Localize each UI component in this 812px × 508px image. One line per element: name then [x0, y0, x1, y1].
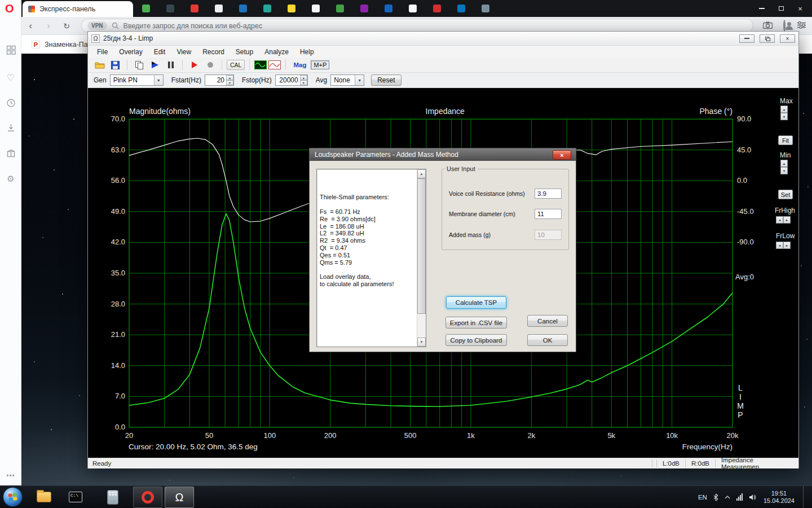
- tab-favicon[interactable]: [263, 5, 271, 12]
- save-button[interactable]: [108, 59, 122, 71]
- copy-button[interactable]: [132, 59, 146, 71]
- history-clock-icon[interactable]: [6, 98, 16, 108]
- avg-select[interactable]: None▼: [330, 75, 364, 86]
- calibrate-button[interactable]: CAL: [227, 60, 245, 70]
- bookmarks-heart-icon[interactable]: ♡: [6, 72, 16, 82]
- browser-minimize-button[interactable]: [752, 0, 771, 17]
- menu-item[interactable]: Analyze: [259, 47, 294, 57]
- limp-titlebar[interactable]: Ω 25гдн 3-4 - Limp ×: [88, 32, 798, 46]
- tab-favicon[interactable]: [385, 5, 392, 12]
- voice-coil-resistance-input[interactable]: 3.9: [535, 189, 562, 199]
- mag-phase-mode-button[interactable]: M+P: [311, 60, 329, 69]
- sidebar-more-icon[interactable]: •••: [6, 472, 16, 482]
- tab-favicon[interactable]: [457, 5, 465, 12]
- scrollbar[interactable]: ▲ ▼: [417, 169, 426, 347]
- record-circle-button[interactable]: [203, 59, 217, 71]
- search-icon: [112, 22, 119, 29]
- scroll-up-icon[interactable]: ▲: [417, 169, 426, 178]
- snapshot-camera-icon[interactable]: [759, 21, 776, 31]
- easy-setup-icon[interactable]: [793, 21, 810, 31]
- address-input[interactable]: [123, 22, 747, 30]
- tab-favicon[interactable]: [409, 5, 417, 12]
- fstart-stepper[interactable]: 20 ▲▼: [205, 75, 234, 86]
- scroll-thumb[interactable]: [417, 178, 426, 314]
- clock[interactable]: 19:51 15.04.2024: [764, 490, 795, 505]
- tab-favicon[interactable]: [191, 5, 198, 12]
- downloads-icon[interactable]: [6, 123, 16, 133]
- tab-favicon[interactable]: [433, 5, 441, 12]
- menu-item[interactable]: Edit: [148, 47, 171, 57]
- menu-item[interactable]: View: [171, 47, 197, 57]
- menu-item[interactable]: Setup: [230, 47, 259, 57]
- frhigh-stepper[interactable]: ◄►: [776, 216, 791, 224]
- bluetooth-icon[interactable]: [713, 493, 718, 501]
- network-icon[interactable]: [736, 493, 743, 501]
- back-button[interactable]: ‹: [21, 20, 39, 32]
- profile-avatar-icon[interactable]: [776, 21, 793, 31]
- calculate-tsp-button[interactable]: Calculate TSP: [446, 296, 506, 309]
- menu-item[interactable]: Help: [294, 47, 320, 57]
- tab-favicon[interactable]: [239, 5, 247, 12]
- opera-menu-button[interactable]: O: [5, 2, 14, 15]
- taskbar-calculator-button[interactable]: [98, 487, 127, 508]
- hidden-icons-caret[interactable]: [725, 496, 730, 499]
- active-tab[interactable]: Экспресс-панель: [23, 1, 133, 17]
- cancel-button[interactable]: Cancel: [527, 315, 568, 327]
- start-record-button[interactable]: [187, 59, 201, 71]
- ok-button[interactable]: OK: [527, 334, 568, 346]
- copy-to-clipboard-button[interactable]: Copy to Clipboard: [445, 334, 507, 346]
- export-csv-button[interactable]: Export in .CSV file: [445, 317, 507, 329]
- bookmark-item[interactable]: Знаменка-Па...: [45, 41, 94, 49]
- tab-favicon[interactable]: [360, 5, 368, 12]
- volume-icon[interactable]: [749, 494, 757, 501]
- scroll-down-icon[interactable]: ▼: [417, 338, 426, 347]
- start-button[interactable]: [3, 487, 23, 507]
- limp-close-button[interactable]: ×: [780, 34, 795, 43]
- tab-favicon[interactable]: [482, 5, 489, 12]
- speed-dial-icon[interactable]: [6, 45, 16, 55]
- fstop-stepper[interactable]: 20000 ▲▼: [275, 75, 308, 86]
- forward-button[interactable]: ›: [39, 20, 58, 32]
- show-desktop-button[interactable]: [803, 486, 807, 508]
- background-color-button[interactable]: [148, 59, 162, 71]
- min-stepper[interactable]: ▲▼: [780, 160, 788, 174]
- stop-button[interactable]: [164, 59, 178, 71]
- taskbar-cmd-button[interactable]: C:\: [61, 487, 90, 508]
- browser-close-button[interactable]: ×: [791, 0, 810, 17]
- taskbar-limp-button[interactable]: Ω: [165, 487, 194, 508]
- open-file-button[interactable]: [92, 59, 107, 71]
- limp-restore-button[interactable]: [760, 34, 775, 43]
- menu-item[interactable]: File: [91, 47, 113, 57]
- calculator-icon: [107, 490, 118, 505]
- dialog-close-button[interactable]: ×: [553, 150, 571, 160]
- menu-item[interactable]: Overlay: [113, 47, 148, 57]
- membrane-diameter-input[interactable]: 11: [535, 209, 562, 219]
- menu-item[interactable]: Record: [197, 47, 230, 57]
- language-indicator[interactable]: EN: [698, 494, 707, 501]
- dialog-titlebar[interactable]: Loudspeaker Parameters - Added Mass Meth…: [310, 148, 576, 161]
- tab-favicon[interactable]: [312, 5, 320, 12]
- response-scope-icon[interactable]: [268, 60, 281, 70]
- browser-maximize-button[interactable]: [771, 0, 791, 17]
- extensions-box-icon[interactable]: [6, 148, 16, 159]
- taskbar-explorer-button[interactable]: [29, 487, 59, 508]
- tab-favicon[interactable]: [166, 5, 174, 12]
- generator-scope-icon[interactable]: [254, 60, 267, 70]
- settings-gear-icon[interactable]: ⚙: [6, 174, 16, 184]
- set-button[interactable]: Set: [778, 190, 793, 199]
- svg-text:20k: 20k: [727, 431, 739, 440]
- fit-button[interactable]: Fit: [778, 135, 793, 145]
- reload-button[interactable]: ↻: [58, 21, 76, 30]
- max-stepper[interactable]: ▲▼: [780, 106, 788, 120]
- tab-favicon[interactable]: [142, 5, 150, 12]
- tab-favicon[interactable]: [336, 5, 344, 12]
- tab-favicon[interactable]: [288, 5, 295, 12]
- generator-select[interactable]: Pink PN▼: [110, 75, 164, 86]
- limp-minimize-button[interactable]: [739, 34, 754, 43]
- mag-mode-button[interactable]: Mag: [290, 62, 309, 68]
- tab-favicon[interactable]: [215, 5, 223, 12]
- taskbar-opera-button[interactable]: [133, 487, 162, 508]
- frlow-stepper[interactable]: ◄►: [776, 242, 791, 249]
- reset-button[interactable]: Reset: [371, 75, 401, 86]
- vpn-badge[interactable]: VPN: [87, 21, 107, 30]
